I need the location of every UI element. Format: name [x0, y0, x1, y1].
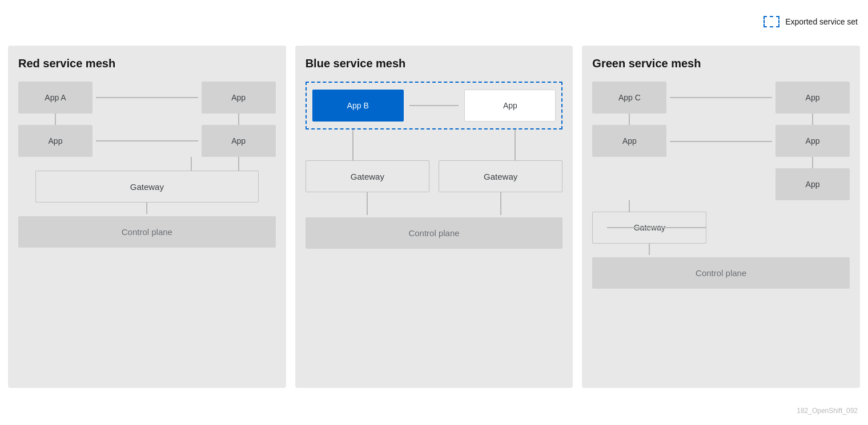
blue-app-b: App B	[312, 90, 404, 122]
watermark: 182_OpenShift_092	[797, 407, 858, 415]
green-app4: App	[775, 168, 850, 200]
red-app2: App	[18, 125, 93, 157]
blue-gateway2: Gateway	[439, 160, 562, 192]
red-app3: App	[202, 125, 276, 157]
red-control-plane: Control plane	[18, 216, 276, 248]
red-mesh-panel: Red service mesh App A App	[8, 46, 286, 388]
green-app-c: App C	[592, 82, 666, 114]
legend: Exported service set	[763, 16, 858, 27]
blue-col-left: Gateway	[306, 160, 429, 215]
red-mesh-title: Red service mesh	[18, 57, 276, 70]
green-mesh-title: Green service mesh	[592, 57, 850, 70]
exported-service-set-icon	[763, 16, 779, 27]
blue-app1: App	[464, 90, 556, 122]
green-mesh-panel: Green service mesh App C App	[582, 46, 860, 388]
red-app1: App	[202, 82, 276, 114]
blue-exported-set: App B App	[306, 82, 563, 129]
blue-col-right: Gateway	[439, 160, 562, 215]
green-app2: App	[592, 125, 666, 157]
blue-control-plane: Control plane	[306, 217, 563, 249]
blue-mesh-title: Blue service mesh	[306, 57, 563, 70]
green-app3: App	[775, 125, 850, 157]
blue-gateway1: Gateway	[306, 160, 429, 192]
green-app1: App	[775, 82, 850, 114]
red-gateway: Gateway	[35, 171, 259, 203]
green-control-plane: Control plane	[592, 257, 850, 289]
green-gateway: Gateway	[592, 212, 706, 244]
red-app-a: App A	[18, 82, 93, 114]
legend-label: Exported service set	[785, 17, 858, 26]
blue-mesh-panel: Blue service mesh App B App	[295, 46, 573, 388]
diagram-area: Red service mesh App A App	[8, 46, 860, 388]
